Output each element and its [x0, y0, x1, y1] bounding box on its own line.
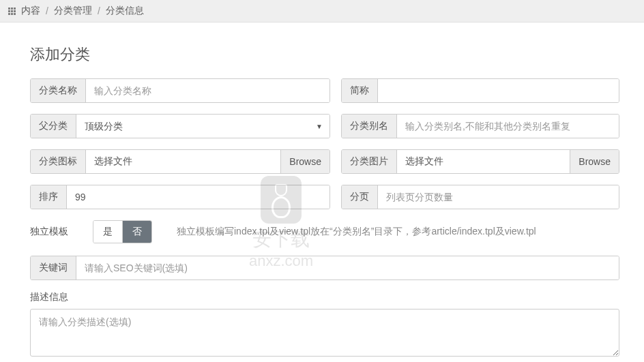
sort-group: 排序: [30, 185, 330, 209]
image-label: 分类图片: [342, 150, 397, 173]
parent-category-select[interactable]: 顶级分类: [76, 115, 330, 138]
keywords-group: 关键词: [30, 256, 619, 280]
template-no-button[interactable]: 否: [122, 221, 151, 243]
image-file-label[interactable]: 选择文件: [397, 150, 570, 173]
icon-file-label[interactable]: 选择文件: [86, 150, 280, 173]
short-name-label: 简称: [342, 79, 378, 102]
breadcrumb: 内容 / 分类管理 / 分类信息: [0, 0, 644, 22]
breadcrumb-item[interactable]: 分类管理: [54, 5, 92, 17]
short-name-group: 简称: [341, 78, 619, 103]
grid-icon: [8, 7, 16, 15]
sort-input[interactable]: [67, 185, 330, 209]
alias-input[interactable]: [397, 115, 619, 138]
breadcrumb-separator: /: [98, 5, 100, 16]
alias-group: 分类别名: [341, 114, 619, 138]
icon-label: 分类图标: [31, 150, 86, 173]
alias-label: 分类别名: [342, 115, 397, 138]
keywords-label: 关键词: [31, 256, 76, 280]
template-yes-button[interactable]: 是: [93, 221, 122, 243]
pagination-group: 分页: [341, 185, 619, 209]
breadcrumb-item[interactable]: 分类信息: [106, 5, 144, 17]
image-browse-button[interactable]: Browse: [570, 150, 619, 173]
template-help-text: 独立模板编写index.tpl及view.tpl放在“分类别名”目录下，参考ar…: [177, 226, 536, 238]
breadcrumb-item[interactable]: 内容: [21, 5, 40, 17]
pagination-input[interactable]: [378, 185, 619, 209]
image-group: 分类图片 选择文件 Browse: [341, 149, 619, 174]
description-label: 描述信息: [30, 291, 619, 303]
description-textarea[interactable]: [30, 309, 619, 357]
category-name-group: 分类名称: [30, 78, 330, 103]
short-name-input[interactable]: [378, 79, 619, 102]
sort-label: 排序: [31, 185, 67, 209]
page-title: 添加分类: [30, 44, 619, 65]
pagination-label: 分页: [342, 185, 378, 209]
category-name-label: 分类名称: [31, 79, 86, 102]
keywords-input[interactable]: [76, 256, 619, 280]
template-label: 独立模板: [30, 226, 68, 238]
icon-browse-button[interactable]: Browse: [280, 150, 330, 173]
parent-category-group: 父分类 顶级分类 ▼: [30, 114, 330, 138]
category-name-input[interactable]: [86, 79, 330, 102]
parent-category-label: 父分类: [31, 115, 76, 138]
breadcrumb-separator: /: [46, 5, 48, 16]
icon-group: 分类图标 选择文件 Browse: [30, 149, 330, 174]
template-toggle: 是 否: [93, 220, 152, 243]
